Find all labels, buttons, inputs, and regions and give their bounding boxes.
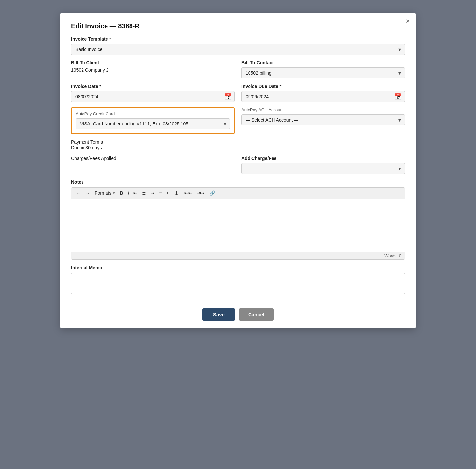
- payment-terms-section: Payment Terms Due in 30 days: [71, 139, 405, 150]
- formats-label: Formats: [95, 190, 111, 196]
- bill-to-client-value: 10502 Company 2: [71, 67, 235, 73]
- bill-to-contact-group: Bill-To Contact 10502 billing: [241, 60, 405, 78]
- bill-to-contact-select-wrapper: 10502 billing: [241, 67, 405, 78]
- resize-handle-icon: ⌢: [401, 254, 403, 259]
- payment-terms-value: Due in 30 days: [71, 145, 405, 150]
- edit-invoice-modal: × Edit Invoice — 8388-R Invoice Template…: [60, 13, 416, 328]
- align-center-button[interactable]: ≣: [140, 190, 148, 196]
- dates-row: Invoice Date 📅 Invoice Due Date 📅: [71, 84, 405, 107]
- align-right-button[interactable]: ⇥: [149, 190, 156, 196]
- bill-to-contact-label: Bill-To Contact: [241, 60, 405, 65]
- redo-button[interactable]: →: [84, 190, 92, 196]
- invoice-due-date-label: Invoice Due Date: [241, 84, 405, 89]
- indent-decrease-button[interactable]: ⇤⇤: [183, 190, 194, 196]
- editor-toolbar: ← → Formats ▾ B I ⇤ ≣ ⇥ ≡ •⁃ 1⁃ ⇤⇤ ⇥⇥ 🔗: [71, 188, 405, 199]
- notes-editor-body[interactable]: [71, 199, 405, 252]
- form-actions: Save Cancel: [71, 308, 405, 321]
- autopay-cc-label: AutoPay Credit Card: [76, 111, 230, 116]
- footer-divider: [71, 302, 405, 302]
- word-count: Words: 0: [384, 253, 401, 258]
- internal-memo-input[interactable]: [71, 273, 405, 294]
- invoice-date-wrapper: 📅: [71, 91, 235, 102]
- invoice-date-label: Invoice Date: [71, 84, 235, 89]
- ordered-list-button[interactable]: 1⁃: [173, 190, 181, 196]
- autopay-ach-group: AutoPay ACH Account — Select ACH Account…: [241, 107, 405, 134]
- charges-row: Charges/Fees Applied Add Charge/Fee —: [71, 156, 405, 174]
- invoice-template-select-wrapper: Basic Invoice: [71, 44, 405, 55]
- autopay-ach-select-wrapper: — Select ACH Account —: [241, 114, 405, 125]
- payment-terms-label: Payment Terms: [71, 139, 405, 145]
- internal-memo-label: Internal Memo: [71, 265, 405, 270]
- notes-label: Notes: [71, 179, 405, 185]
- invoice-date-input[interactable]: [71, 91, 235, 102]
- add-charge-group: Add Charge/Fee —: [241, 156, 405, 174]
- invoice-template-group: Invoice Template Basic Invoice: [71, 36, 405, 55]
- formats-chevron-icon: ▾: [113, 191, 115, 195]
- editor-footer: Words: 0 ⌢: [71, 252, 405, 259]
- close-button[interactable]: ×: [406, 18, 410, 24]
- autopay-cc-group: AutoPay Credit Card VISA, Card Number en…: [71, 107, 235, 134]
- align-left-button[interactable]: ⇤: [132, 190, 139, 196]
- notes-editor-container: ← → Formats ▾ B I ⇤ ≣ ⇥ ≡ •⁃ 1⁃ ⇤⇤ ⇥⇥ 🔗: [71, 187, 405, 260]
- invoice-template-label: Invoice Template: [71, 36, 405, 42]
- justify-button[interactable]: ≡: [157, 190, 163, 196]
- autopay-ach-select[interactable]: — Select ACH Account —: [241, 114, 405, 125]
- autopay-ach-label: AutoPay ACH Account: [241, 107, 405, 112]
- bill-to-client-group: Bill-To Client 10502 Company 2: [71, 60, 235, 78]
- save-button[interactable]: Save: [202, 308, 235, 321]
- formats-dropdown[interactable]: Formats ▾: [93, 190, 117, 197]
- undo-button[interactable]: ←: [75, 190, 83, 196]
- add-charge-label: Add Charge/Fee: [241, 156, 405, 161]
- cancel-button[interactable]: Cancel: [239, 308, 274, 321]
- invoice-due-date-input[interactable]: [241, 91, 405, 102]
- autopay-cc-select[interactable]: VISA, Card Number ending #1111, Exp. 03/…: [76, 118, 230, 129]
- bill-to-contact-select[interactable]: 10502 billing: [241, 67, 405, 78]
- indent-increase-button[interactable]: ⇥⇥: [195, 190, 206, 196]
- invoice-due-date-wrapper: 📅: [241, 91, 405, 102]
- bullet-list-button[interactable]: •⁃: [165, 190, 172, 196]
- charges-label: Charges/Fees Applied: [71, 156, 235, 161]
- invoice-due-date-group: Invoice Due Date 📅: [241, 84, 405, 102]
- charges-applied-group: Charges/Fees Applied: [71, 156, 235, 174]
- notes-section: Notes ← → Formats ▾ B I ⇤ ≣ ⇥ ≡ •⁃ 1⁃ ⇤⇤…: [71, 179, 405, 260]
- add-charge-select[interactable]: —: [241, 163, 405, 174]
- italic-button[interactable]: I: [126, 190, 131, 196]
- link-button[interactable]: 🔗: [208, 190, 217, 196]
- internal-memo-section: Internal Memo: [71, 265, 405, 295]
- bill-to-client-label: Bill-To Client: [71, 60, 235, 65]
- invoice-template-select[interactable]: Basic Invoice: [71, 44, 405, 55]
- autopay-cc-select-wrapper: VISA, Card Number ending #1111, Exp. 03/…: [76, 118, 230, 129]
- modal-title: Edit Invoice — 8388-R: [71, 22, 405, 30]
- invoice-date-group: Invoice Date 📅: [71, 84, 235, 102]
- bold-button[interactable]: B: [118, 190, 125, 196]
- add-charge-select-wrapper: —: [241, 163, 405, 174]
- autopay-row: AutoPay Credit Card VISA, Card Number en…: [71, 107, 405, 134]
- bill-to-row: Bill-To Client 10502 Company 2 Bill-To C…: [71, 60, 405, 84]
